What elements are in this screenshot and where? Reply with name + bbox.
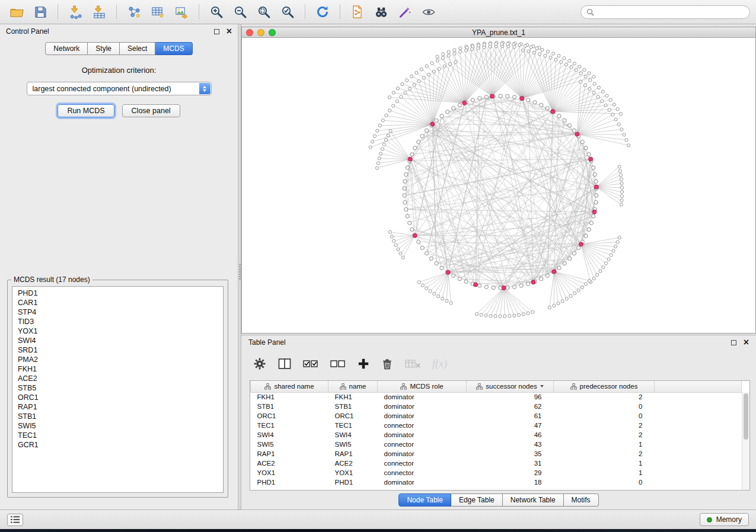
mcds-result-item[interactable]: PMA2	[18, 355, 223, 364]
mcds-result-item[interactable]: SWI4	[18, 336, 223, 345]
mcds-result-item[interactable]: ORC1	[18, 393, 223, 402]
column-header-successor-nodes[interactable]: successor nodes	[467, 381, 554, 392]
run-mcds-button[interactable]: Run MCDS	[58, 104, 114, 117]
column-header-shared-name[interactable]: shared name	[251, 381, 328, 392]
function-icon: f(x)	[432, 358, 447, 370]
list-icon	[11, 516, 20, 523]
network-titlebar: YPA_prune.txt_1	[242, 27, 755, 38]
tab-mcds[interactable]: MCDS	[155, 42, 192, 55]
column-header-predecessor-nodes[interactable]: predecessor nodes	[554, 381, 655, 392]
control-panel-tabs: NetworkStyleSelectMCDS	[0, 42, 238, 55]
control-panel-header: Control Panel ×	[0, 24, 238, 39]
mcds-result-item[interactable]: RAP1	[18, 402, 223, 412]
desktop-background	[0, 529, 756, 532]
node-table: shared namenameMCDS rolesuccessor nodesp…	[250, 380, 750, 491]
table-row[interactable]: PHD1PHD1dominator180	[251, 477, 742, 487]
search-box[interactable]	[580, 5, 750, 19]
tab-edge-table[interactable]: Edge Table	[451, 493, 503, 507]
zoom-in-button[interactable]	[206, 2, 227, 21]
close-panel-button[interactable]: ×	[227, 28, 232, 35]
table-toolbar: f(x)	[253, 352, 447, 376]
open-session-button[interactable]	[6, 2, 27, 21]
import-network-file-button[interactable]	[65, 2, 86, 21]
table-row[interactable]: STB1STB1dominator620	[251, 402, 742, 411]
zoom-out-button[interactable]	[229, 2, 251, 21]
mcds-result-item[interactable]: ACE2	[18, 374, 223, 383]
mcds-result-item[interactable]: CAR1	[18, 298, 223, 307]
save-session-button[interactable]	[30, 2, 51, 21]
create-column-button[interactable]	[358, 358, 369, 370]
import-table-file-button[interactable]	[88, 2, 110, 21]
table-row[interactable]: SWI4SWI4dominator462	[251, 430, 742, 440]
float-panel-button[interactable]	[214, 29, 219, 34]
apply-layout-button[interactable]	[312, 2, 333, 21]
column-header-name[interactable]: name	[328, 381, 378, 392]
delete-table-button[interactable]	[405, 358, 420, 369]
column-header-MCDS-role[interactable]: MCDS role	[378, 381, 467, 392]
sort-descending-icon	[540, 385, 544, 387]
new-network-button[interactable]	[123, 2, 145, 21]
mcds-result-list[interactable]: PHD1CAR1STP4TID3YOX1SWI4SRD1PMA2FKH1ACE2…	[12, 286, 224, 493]
tab-style[interactable]: Style	[88, 42, 120, 55]
network-canvas[interactable]	[242, 38, 755, 333]
mcds-result-item[interactable]: YOX1	[18, 326, 223, 336]
mcds-result-item[interactable]: STP4	[18, 307, 223, 317]
export-image-button[interactable]	[171, 2, 192, 21]
float-table-panel-button[interactable]	[731, 340, 736, 345]
eye-icon	[422, 5, 436, 19]
minimize-window-icon[interactable]	[257, 29, 264, 36]
mcds-result-item[interactable]: STB5	[18, 383, 223, 393]
zoom-selected-button[interactable]	[277, 2, 298, 21]
select-all-rows-button[interactable]	[303, 358, 318, 369]
open-folder-icon	[9, 5, 24, 19]
status-bar: Memory	[0, 509, 756, 529]
table-row[interactable]: SWI5SWI5connector431	[251, 440, 742, 449]
mcds-result-item[interactable]: SRD1	[18, 345, 223, 355]
wand-button[interactable]	[394, 2, 416, 21]
scrollbar-thumb[interactable]	[744, 393, 748, 440]
export-network-button[interactable]	[347, 2, 368, 21]
show-details-button[interactable]	[418, 2, 439, 21]
zoom-fit-button[interactable]	[253, 2, 275, 21]
table-row[interactable]: ORC1ORC1dominator610	[251, 411, 742, 421]
mcds-result-item[interactable]: FKH1	[18, 364, 223, 374]
tab-node-table[interactable]: Node Table	[398, 493, 451, 507]
show-columns-button[interactable]	[278, 358, 291, 370]
close-window-icon[interactable]	[246, 29, 253, 36]
function-builder-button[interactable]: f(x)	[432, 358, 447, 370]
tab-network[interactable]: Network	[45, 42, 88, 55]
network-title: YPA_prune.txt_1	[242, 28, 755, 37]
table-row[interactable]: RAP1RAP1dominator352	[251, 449, 742, 459]
find-button[interactable]	[371, 2, 392, 21]
close-panel-button-mcds[interactable]: Close panel	[122, 104, 180, 117]
delete-column-button[interactable]	[381, 358, 393, 370]
column-type-icon	[476, 383, 483, 390]
criterion-select[interactable]: largest connected component (undirected)	[27, 82, 212, 95]
table-row[interactable]: FKH1FKH1dominator962	[251, 392, 742, 402]
network-window: YPA_prune.txt_1	[241, 27, 756, 334]
mcds-result-item[interactable]: SWI5	[18, 421, 223, 431]
mcds-result-item[interactable]: TEC1	[18, 431, 223, 440]
mcds-result-item[interactable]: GCR1	[18, 440, 223, 450]
toolbar-separator	[340, 4, 340, 20]
table-row[interactable]: ACE2ACE2connector311	[251, 459, 742, 468]
table-settings-button[interactable]	[253, 357, 266, 370]
table-row[interactable]: YOX1YOX1connector291	[251, 468, 742, 477]
close-table-panel-button[interactable]: ×	[744, 339, 749, 346]
mcds-result-item[interactable]: STB1	[18, 412, 223, 421]
tab-motifs[interactable]: Motifs	[564, 493, 599, 507]
new-table-button[interactable]	[147, 2, 168, 21]
table-row[interactable]: TEC1TEC1connector472	[251, 421, 742, 430]
columns-icon	[278, 358, 291, 370]
task-history-button[interactable]	[7, 514, 23, 526]
table-scrollbar[interactable]	[742, 392, 749, 490]
table-panel-header: Table Panel ×	[241, 335, 756, 350]
tab-select[interactable]: Select	[120, 42, 155, 55]
memory-button[interactable]: Memory	[700, 513, 749, 526]
search-input[interactable]	[598, 8, 744, 16]
tab-network-table[interactable]: Network Table	[503, 493, 564, 507]
deselect-all-rows-button[interactable]	[330, 358, 346, 369]
mcds-result-item[interactable]: TID3	[18, 317, 223, 326]
mcds-result-item[interactable]: PHD1	[18, 289, 223, 298]
maximize-window-icon[interactable]	[269, 29, 276, 36]
